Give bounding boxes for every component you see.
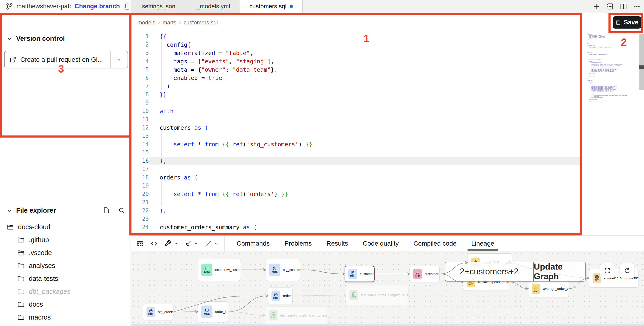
code-line-16[interactable]: 16),	[131, 157, 580, 165]
lineage-node-stg_customers[interactable]: MDLstg_customers	[266, 259, 300, 281]
file-explorer-header[interactable]: File explorer	[6, 207, 56, 214]
line-number: 12	[131, 124, 149, 131]
lineage-node-customers[interactable]: MDLcustomers	[344, 266, 374, 282]
code-line-9[interactable]: 9	[131, 99, 580, 107]
code-text: customer_orders_summary as (	[160, 224, 257, 231]
code-line-22[interactable]: 22),	[131, 206, 580, 215]
code-line-17[interactable]: 17	[131, 165, 580, 173]
code-line-21[interactable]: 21	[131, 198, 580, 206]
tst-badge-icon: TST	[350, 290, 358, 300]
node-label: ecom.raw_customers	[215, 268, 240, 272]
lineage-node-customers[interactable]: SEMcustomers	[410, 266, 440, 282]
fullscreen-button[interactable]	[600, 263, 615, 278]
more-options-icon[interactable]	[633, 2, 641, 10]
code-line-23[interactable]: 23	[131, 215, 580, 223]
lineage-selector-input[interactable]: 2+customers+2	[445, 262, 533, 281]
code-line-13[interactable]: 13	[131, 132, 580, 140]
editor-scrollbar[interactable]	[639, 34, 644, 90]
panel-tab-compiled-code[interactable]: Compiled code	[413, 236, 456, 251]
file-item-analyses[interactable]: analyses	[0, 259, 130, 272]
code-line-24[interactable]: 24customer_orders_summary as (	[131, 223, 580, 231]
code-editor[interactable]: 1{{2 config(3 materialized = "table",4 t…	[131, 32, 580, 231]
lineage-node-average_order_value[interactable]: METaverage_order_value	[528, 280, 569, 297]
code-line-12[interactable]: 12customers as (	[131, 124, 580, 132]
file-item-.github[interactable]: .github	[0, 233, 130, 246]
code-line-6[interactable]: 6 enabled = true	[131, 74, 580, 82]
node-label: test_order_items_compute_to_bools_correc…	[361, 293, 408, 297]
panel-tab-code-quality[interactable]: Code quality	[363, 236, 399, 251]
code-text: enabled = true	[160, 75, 222, 81]
folder-open-icon	[17, 301, 25, 308]
lineage-node-stg_orders[interactable]: MDLstg_orders	[143, 304, 174, 320]
split-editor-icon[interactable]	[620, 2, 628, 10]
code-line-14[interactable]: 14 select * from {{ ref('stg_customers')…	[131, 140, 580, 148]
save-button[interactable]: Save	[613, 16, 641, 28]
panel-tab-lineage[interactable]: Lineage	[471, 236, 494, 251]
breadcrumb-segment[interactable]: models	[138, 19, 155, 26]
lineage-node-orders[interactable]: MDLorders	[268, 288, 292, 304]
pr-button-caret[interactable]	[110, 51, 128, 68]
preview-table-icon[interactable]	[136, 240, 144, 247]
code-line-10[interactable]: 10with	[131, 107, 580, 115]
editor-tab-_models.yml[interactable]: _models.yml	[187, 0, 240, 13]
file-item-macros[interactable]: macros	[0, 311, 130, 324]
file-item-dbt_packages[interactable]: dbt_packages	[0, 285, 130, 298]
build-wrench-icon[interactable]	[164, 240, 178, 247]
chevron-down-icon	[6, 36, 12, 42]
code-line-3[interactable]: 3 materialized = "table",	[131, 49, 580, 57]
code-line-8[interactable]: 8}}	[131, 90, 580, 99]
compile-code-icon[interactable]	[150, 240, 158, 247]
file-item-.vscode[interactable]: .vscode	[0, 246, 130, 259]
panel-tab-results[interactable]: Results	[326, 236, 348, 251]
code-line-15[interactable]: 15	[131, 148, 580, 157]
create-pr-button[interactable]: Create a pull request on Gi...	[4, 51, 128, 68]
lineage-selector: 2+customers+2 Update Graph	[445, 262, 586, 282]
file-item-models[interactable]: models	[0, 324, 130, 326]
lineage-scrollbar[interactable]	[131, 325, 644, 326]
file-item-docs-cloud[interactable]: docs-cloud	[0, 220, 130, 233]
chevron-down-icon[interactable]	[173, 241, 178, 246]
editor-scrollbar-thumb[interactable]	[639, 65, 644, 69]
breadcrumb-segment[interactable]: customers.sql	[184, 19, 218, 26]
update-graph-button[interactable]: Update Graph	[534, 262, 586, 281]
code-line-2[interactable]: 2 config(	[131, 40, 580, 49]
new-tab-icon[interactable]	[593, 2, 601, 10]
code-line-7[interactable]: 7 )	[131, 82, 580, 90]
code-line-4[interactable]: 4 tags = ["events", "staging"],	[131, 57, 580, 65]
editor-minimap[interactable]: {{ config( materialized = "table", tags …	[587, 33, 636, 102]
file-item-data-tests[interactable]: data-tests	[0, 272, 130, 285]
chevron-down-icon[interactable]	[194, 241, 198, 246]
copy-branch-icon[interactable]	[123, 2, 131, 10]
chevron-down-icon[interactable]	[214, 241, 219, 246]
format-broom-icon[interactable]	[184, 240, 198, 247]
code-line-19[interactable]: 19	[131, 181, 580, 190]
new-file-icon[interactable]	[103, 207, 110, 214]
code-line-11[interactable]: 11	[131, 115, 580, 124]
version-control-header[interactable]: Version control	[6, 35, 65, 42]
line-number: 20	[131, 191, 149, 197]
panel-tab-problems[interactable]: Problems	[284, 236, 312, 251]
file-item-docs[interactable]: docs	[0, 298, 130, 311]
copilot-wand-icon[interactable]	[204, 240, 219, 247]
line-number: 21	[131, 199, 149, 205]
change-branch-link[interactable]: Change branch	[74, 3, 120, 10]
editor-tab-settings.json[interactable]: settings.json	[131, 0, 187, 13]
node-label: customers	[425, 272, 440, 276]
lineage-node-test_supply_costs_sum_correctly[interactable]: TSTtest_supply_costs_sum_correctly	[265, 307, 327, 325]
file-name: data-tests	[29, 275, 58, 283]
lineage-node-test_order_items_compute_to_bools_correctly[interactable]: TSTtest_order_items_compute_to_bools_cor…	[346, 285, 409, 305]
breadcrumb-segment[interactable]: marts	[162, 19, 176, 26]
code-line-18[interactable]: 18orders as (	[131, 173, 580, 181]
refresh-button[interactable]	[620, 263, 635, 278]
code-line-20[interactable]: 20 select * from {{ ref('orders') }}	[131, 190, 580, 198]
line-number: 11	[131, 116, 149, 123]
code-line-5[interactable]: 5 meta = {"owner": "data-team"},	[131, 65, 580, 74]
lineage-node-order_items[interactable]: MDLorder_items	[198, 301, 228, 322]
code-line-1[interactable]: 1{{	[131, 32, 580, 40]
line-number: 24	[131, 224, 149, 230]
file-drawer-icon[interactable]	[606, 2, 614, 10]
lineage-node-ecom.raw_customers[interactable]: SRCecom.raw_customers	[198, 259, 241, 281]
search-icon[interactable]	[118, 207, 125, 214]
editor-tab-customers.sql[interactable]: customers.sql	[240, 0, 302, 13]
panel-tab-commands[interactable]: Commands	[237, 236, 270, 251]
